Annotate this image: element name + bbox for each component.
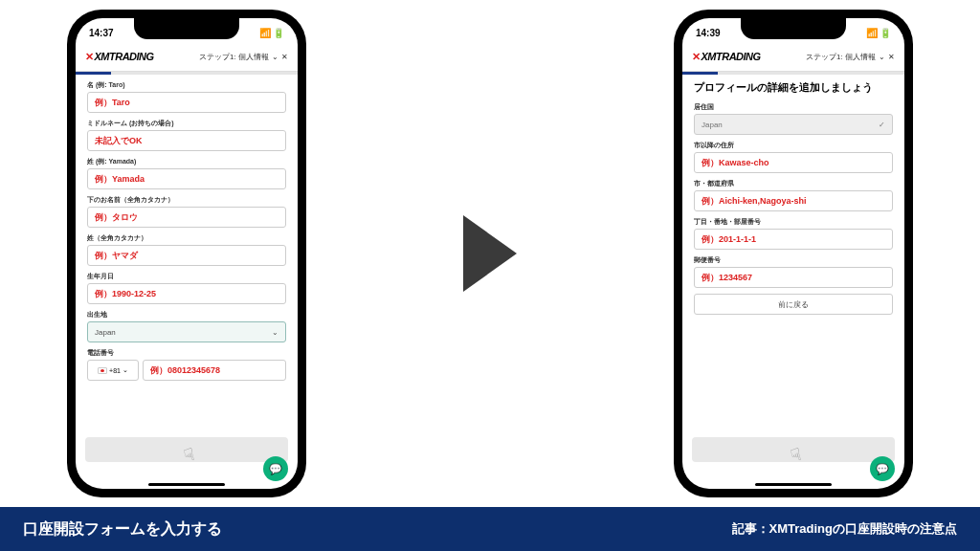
input-dob[interactable]: 例）1990-12-25 [87, 283, 286, 304]
select-tel-code[interactable]: +81⌄ [87, 360, 139, 381]
label-addr: 市以降の住所 [694, 141, 893, 150]
step-indicator[interactable]: ステップ1: 個人情報⌄✕ [806, 52, 895, 62]
phone-right: 14:39 📶🔋 XMTRADING ステップ1: 個人情報⌄✕ プロフィールの… [674, 10, 913, 497]
input-tel[interactable]: 例）08012345678 [143, 360, 286, 381]
label-name: 名 (例: Taro) [87, 80, 286, 90]
label-last: 姓 (例: Yamada) [87, 157, 286, 166]
chat-icon: 💬 [269, 463, 282, 475]
label-birthplace: 出生地 [87, 310, 286, 320]
check-icon: ✓ [879, 121, 885, 129]
arrow-icon [463, 215, 517, 292]
input-middle[interactable]: 未記入でOK [87, 130, 286, 151]
status-icons: 📶🔋 [866, 28, 891, 38]
submit-button[interactable]: ☟ [692, 437, 895, 462]
label-dob: 生年月日 [87, 272, 286, 281]
progress-bar [682, 72, 904, 75]
label-street: 丁目・番地・部屋番号 [694, 217, 893, 227]
label-city: 市・都道府県 [694, 179, 893, 188]
close-icon[interactable]: ✕ [888, 53, 895, 61]
home-indicator [755, 483, 832, 486]
notch [134, 18, 239, 39]
brand-logo: XMTRADING [85, 51, 154, 63]
app-header: XMTRADING ステップ1: 個人情報⌄✕ [76, 43, 298, 72]
label-middle: ミドルネーム (お持ちの場合) [87, 119, 286, 128]
status-time: 14:37 [89, 28, 114, 38]
banner-left: 口座開設フォームを入力する [23, 519, 222, 540]
pointer-icon: ☟ [182, 444, 197, 467]
screen: 14:37 📶🔋 XMTRADING ステップ1: 個人情報⌄✕ 名 (例: T… [76, 18, 298, 489]
input-last[interactable]: 例）Yamada [87, 168, 286, 189]
input-name[interactable]: 例）Taro [87, 92, 286, 113]
input-zip[interactable]: 例）1234567 [694, 267, 893, 288]
caption-banner: 口座開設フォームを入力する 記事：XMTradingの口座開設時の注意点 [0, 507, 980, 551]
chevron-down-icon: ⌄ [272, 53, 278, 61]
label-kana2: 姓（全角カタカナ） [87, 233, 286, 243]
flag-icon [98, 367, 107, 374]
label-tel: 電話番号 [87, 348, 286, 358]
home-indicator [148, 483, 225, 486]
label-kana1: 下のお名前（全角カタカナ） [87, 195, 286, 205]
input-kana1[interactable]: 例）タロウ [87, 207, 286, 228]
input-street[interactable]: 例）201-1-1-1 [694, 229, 893, 250]
chat-icon: 💬 [876, 463, 889, 475]
step-indicator[interactable]: ステップ1: 個人情報⌄✕ [199, 52, 288, 62]
pointer-icon: ☟ [789, 444, 804, 467]
chevron-down-icon: ⌄ [272, 328, 278, 337]
input-city[interactable]: 例）Aichi-ken,Nagoya-shi [694, 190, 893, 211]
submit-button[interactable]: ☟ [85, 437, 288, 462]
close-icon[interactable]: ✕ [281, 53, 288, 61]
chevron-down-icon: ⌄ [879, 53, 885, 61]
input-kana2[interactable]: 例）ヤマダ [87, 245, 286, 266]
notch [741, 18, 846, 39]
back-button[interactable]: 前に戻る [694, 294, 893, 315]
label-country: 居住国 [694, 102, 893, 112]
help-fab[interactable]: 💬 [870, 456, 895, 481]
status-icons: 📶🔋 [259, 28, 284, 38]
select-country[interactable]: Japan✓ [694, 114, 893, 135]
form-content: プロフィールの詳細を追加しましょう 居住国Japan✓ 市以降の住所例）Kawa… [682, 75, 904, 457]
brand-logo: XMTRADING [692, 51, 761, 63]
status-time: 14:39 [696, 28, 721, 38]
input-addr[interactable]: 例）Kawase-cho [694, 152, 893, 173]
screen: 14:39 📶🔋 XMTRADING ステップ1: 個人情報⌄✕ プロフィールの… [682, 18, 904, 489]
select-birthplace[interactable]: Japan⌄ [87, 321, 286, 342]
label-zip: 郵便番号 [694, 255, 893, 265]
phone-left: 14:37 📶🔋 XMTRADING ステップ1: 個人情報⌄✕ 名 (例: T… [67, 10, 306, 497]
page-title: プロフィールの詳細を追加しましょう [694, 80, 893, 95]
banner-right: 記事：XMTradingの口座開設時の注意点 [732, 520, 957, 538]
form-content: 名 (例: Taro)例）Taro ミドルネーム (お持ちの場合)未記入でOK … [76, 75, 298, 457]
progress-bar [76, 72, 298, 75]
app-header: XMTRADING ステップ1: 個人情報⌄✕ [682, 43, 904, 72]
help-fab[interactable]: 💬 [263, 456, 288, 481]
